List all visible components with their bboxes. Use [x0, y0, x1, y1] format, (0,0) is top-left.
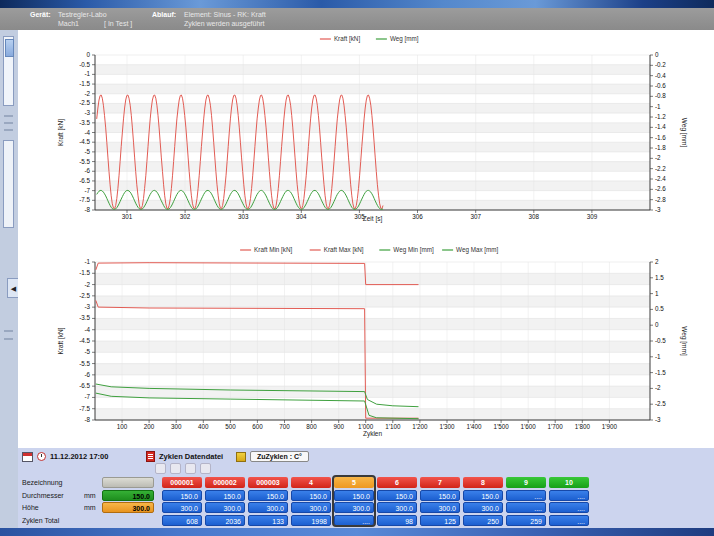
table-toolbar-button[interactable] [170, 463, 181, 474]
row-labels-column: BezeichnungDurchmesserHöheZyklen Total [22, 477, 84, 527]
specimen-header[interactable]: 000001 [162, 477, 202, 488]
zyklen-total-cell[interactable]: 1998 [291, 515, 331, 526]
svg-text:-3: -3 [84, 109, 90, 116]
svg-text:-2.5: -2.5 [79, 99, 90, 106]
svg-text:-2: -2 [84, 90, 90, 97]
durchmesser-cell[interactable]: 150.0 [420, 490, 460, 501]
hoehe-cell[interactable]: .... [506, 502, 546, 513]
svg-text:304: 304 [296, 213, 307, 220]
durchmesser-cell[interactable]: 150.0 [162, 490, 202, 501]
svg-text:-2: -2 [655, 154, 661, 161]
svg-text:302: 302 [180, 213, 191, 220]
specimen-column-9: 9........259 [506, 477, 546, 527]
zyklen-total-cell[interactable]: .... [334, 515, 374, 526]
svg-text:-3.5: -3.5 [79, 314, 90, 321]
hoehe-cell[interactable]: 300.0 [463, 502, 503, 513]
zuzyklen-group: ZuZyklen : C° [236, 450, 309, 463]
svg-text:-6.5: -6.5 [79, 382, 90, 389]
hoehe-field[interactable]: 300.0 [102, 502, 154, 513]
svg-text:Kraft [kN]: Kraft [kN] [334, 35, 360, 43]
durchmesser-cell[interactable]: 150.0 [377, 490, 417, 501]
hoehe-cell[interactable]: 300.0 [377, 502, 417, 513]
zuzyklen-button[interactable]: ZuZyklen : C° [250, 451, 309, 462]
hoehe-cell[interactable]: 300.0 [248, 502, 288, 513]
sidebar-item[interactable] [4, 129, 13, 131]
svg-text:1'500: 1'500 [493, 423, 509, 430]
specimen-header[interactable]: 000003 [248, 477, 288, 488]
table-toolbar-button[interactable] [185, 463, 196, 474]
svg-text:1'900: 1'900 [602, 423, 618, 430]
sidebar-scrollbar[interactable] [3, 36, 14, 106]
sidebar-item[interactable] [4, 330, 13, 332]
durchmesser-cell[interactable]: 150.0 [291, 490, 331, 501]
svg-text:-8: -8 [84, 206, 90, 213]
zyklen-total-cell[interactable]: 608 [162, 515, 202, 526]
row-unit: mm [84, 490, 102, 501]
svg-text:-8: -8 [84, 416, 90, 423]
durchmesser-cell[interactable]: .... [506, 490, 546, 501]
svg-text:-4: -4 [84, 129, 90, 136]
chart-top-live-signals: 3013023033043053063073083090-0.5-1-1.5-2… [18, 30, 714, 230]
durchmesser-cell[interactable]: 150.0 [334, 490, 374, 501]
svg-text:1'200: 1'200 [412, 423, 428, 430]
sidebar-item[interactable] [4, 338, 13, 340]
hoehe-cell[interactable]: 300.0 [420, 502, 460, 513]
specimen-header[interactable]: 10 [549, 477, 589, 488]
right-axis: 0-0.2-0.4-0.6-0.8-1-1.2-1.4-1.6-1.8-2-2.… [650, 51, 666, 213]
table-toolbar-button[interactable] [200, 463, 211, 474]
window-titlebar [0, 0, 714, 8]
specimen-column-5: 5150.0300.0.... [334, 477, 374, 527]
hoehe-cell[interactable]: 300.0 [205, 502, 245, 513]
durchmesser-cell[interactable]: 150.0 [205, 490, 245, 501]
zyklen-total-cell[interactable]: 98 [377, 515, 417, 526]
datetime-group: 11.12.2012 17:00 [22, 450, 108, 463]
specimen-header[interactable]: 7 [420, 477, 460, 488]
durchmesser-cell[interactable]: .... [549, 490, 589, 501]
zyklen-total-cell[interactable]: 250 [463, 515, 503, 526]
svg-text:-1.2: -1.2 [655, 113, 666, 120]
svg-text:Weg [mm]: Weg [mm] [390, 35, 419, 43]
bezeichnung-field[interactable] [102, 477, 154, 488]
durchmesser-cell[interactable]: 150.0 [463, 490, 503, 501]
svg-text:-2.5: -2.5 [655, 400, 666, 407]
sidebar-item[interactable] [4, 115, 13, 117]
svg-text:-2.8: -2.8 [655, 196, 666, 203]
zyklen-total-cell[interactable]: 125 [420, 515, 460, 526]
zyklen-total-cell[interactable]: .... [549, 515, 589, 526]
row-label: Höhe [22, 502, 84, 513]
row-unit [84, 515, 102, 526]
durchmesser-field[interactable]: 150.0 [102, 490, 154, 501]
specimen-header[interactable]: 8 [463, 477, 503, 488]
specimen-header[interactable]: 4 [291, 477, 331, 488]
app-status-header: Gerät: Testregler-Labo Mach1 [ In Test ]… [0, 8, 714, 31]
ablauf-value: Element: Sinus - RK: Kraft [184, 11, 266, 18]
zyklen-total-cell[interactable]: 259 [506, 515, 546, 526]
specimen-column-4: 4150.0300.01998 [291, 477, 331, 527]
svg-text:1'000: 1'000 [358, 423, 374, 430]
svg-text:-3: -3 [655, 206, 661, 213]
left-sidebar: ◀ [0, 30, 18, 528]
svg-text:700: 700 [279, 423, 290, 430]
specimen-header[interactable]: 9 [506, 477, 546, 488]
hoehe-cell[interactable]: 300.0 [162, 502, 202, 513]
clock-icon [37, 452, 46, 461]
calendar-icon [22, 452, 33, 462]
scrollbar-thumb[interactable] [5, 39, 14, 57]
sidebar-item[interactable] [4, 122, 13, 124]
hoehe-cell[interactable]: .... [549, 502, 589, 513]
zyklen-total-cell[interactable]: 2036 [205, 515, 245, 526]
table-toolbar-button[interactable] [155, 463, 166, 474]
hoehe-cell[interactable]: 300.0 [334, 502, 374, 513]
specimen-header[interactable]: 6 [377, 477, 417, 488]
specimen-header[interactable]: 000002 [205, 477, 245, 488]
specimen-column-3: 000003150.0300.0133 [248, 477, 288, 527]
zyklen-total-cell[interactable]: 133 [248, 515, 288, 526]
sidebar-list-panel[interactable] [3, 140, 14, 228]
specimen-header[interactable]: 5 [334, 477, 374, 488]
svg-text:1'300: 1'300 [439, 423, 455, 430]
hoehe-cell[interactable]: 300.0 [291, 502, 331, 513]
geraet-value: Testregler-Labo [58, 11, 107, 18]
durchmesser-cell[interactable]: 150.0 [248, 490, 288, 501]
svg-text:1'400: 1'400 [466, 423, 482, 430]
svg-text:Weg Min [mm]: Weg Min [mm] [393, 246, 434, 254]
